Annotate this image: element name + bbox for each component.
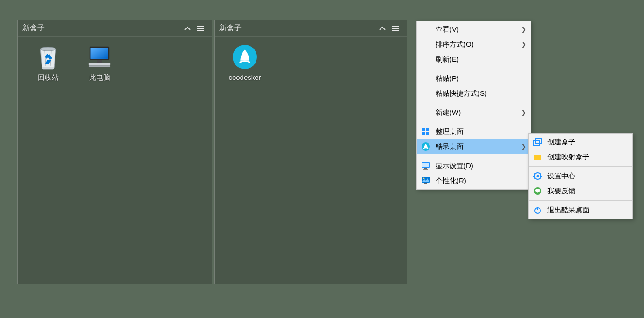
submenu-item[interactable]: 创建盒子 <box>529 134 632 149</box>
menu-separator <box>417 156 530 156</box>
personalize-icon <box>421 176 431 186</box>
gear-icon <box>533 171 543 181</box>
context-menu-item[interactable]: 查看(V)❯ <box>417 22 531 37</box>
context-menu-item[interactable]: 新建(W)❯ <box>417 105 531 120</box>
context-menu-item[interactable]: 显示设置(D) <box>417 158 531 173</box>
box-body: coodesker <box>215 37 407 89</box>
svg-rect-4 <box>97 60 102 63</box>
svg-rect-17 <box>422 177 430 183</box>
menu-item-label: 排序方式(O) <box>436 40 474 49</box>
submenu-item[interactable]: 我要反馈 <box>529 184 632 198</box>
svg-rect-20 <box>423 184 428 184</box>
coodesker-icon-item[interactable]: coodesker <box>219 42 270 84</box>
svg-rect-9 <box>426 128 429 131</box>
menu-item-label: 整理桌面 <box>436 127 464 136</box>
svg-rect-16 <box>423 169 428 170</box>
submenu-item[interactable]: 退出酷呆桌面 <box>529 203 632 218</box>
box-header[interactable]: 新盒子 <box>215 20 407 37</box>
context-menu-item[interactable]: 粘贴(P) <box>417 71 531 86</box>
svg-rect-11 <box>426 132 429 135</box>
menu-item-label: 显示设置(D) <box>436 162 473 170</box>
svg-rect-14 <box>422 163 429 167</box>
box-title: 新盒子 <box>22 23 181 33</box>
menu-item-label: 查看(V) <box>436 25 459 34</box>
menu-separator <box>417 122 530 122</box>
menu-item-label: 我要反馈 <box>547 187 575 196</box>
coodesker-small-icon <box>421 141 431 152</box>
svg-line-32 <box>535 178 536 179</box>
menu-icon[interactable] <box>194 22 207 35</box>
menu-item-label: 酷呆桌面 <box>436 142 464 151</box>
submenu-arrow-icon: ❯ <box>521 109 526 116</box>
menu-separator <box>417 69 530 69</box>
svg-line-31 <box>540 173 541 174</box>
svg-point-24 <box>537 175 539 177</box>
menu-item-label: 退出酷呆桌面 <box>547 206 589 215</box>
svg-line-29 <box>535 173 536 174</box>
box-body: 回收站 此电脑 <box>18 37 212 90</box>
menu-item-label: 创建盒子 <box>547 138 575 147</box>
new-box-icon <box>533 137 543 147</box>
context-menu-item[interactable]: 个性化(R) <box>417 173 531 188</box>
menu-item-label: 粘贴快捷方式(S) <box>436 89 487 98</box>
collapse-icon[interactable] <box>376 22 389 35</box>
menu-separator <box>417 103 530 103</box>
menu-icon[interactable] <box>389 22 402 35</box>
svg-rect-6 <box>89 65 110 67</box>
svg-line-30 <box>540 178 541 179</box>
menu-separator <box>529 166 632 167</box>
submenu-arrow-icon: ❯ <box>521 41 526 48</box>
display-icon <box>421 161 431 171</box>
this-pc-icon-item[interactable]: 此电脑 <box>74 42 125 85</box>
box-header[interactable]: 新盒子 <box>18 20 212 37</box>
grid-icon <box>421 127 431 137</box>
svg-point-18 <box>423 178 425 179</box>
menu-item-label: 粘贴(P) <box>436 74 459 83</box>
context-menu-item[interactable]: 粘贴快捷方式(S) <box>417 86 531 101</box>
context-menu-item[interactable]: 酷呆桌面❯ <box>417 139 531 154</box>
coodesker-submenu[interactable]: 创建盒子创建映射盒子设置中心我要反馈退出酷呆桌面 <box>528 133 633 219</box>
folder-icon <box>533 152 543 162</box>
submenu-item[interactable]: 创建映射盒子 <box>529 149 632 164</box>
submenu-item[interactable]: 设置中心 <box>529 169 632 184</box>
menu-item-label: 设置中心 <box>547 172 575 181</box>
context-menu-item[interactable]: 排序方式(O)❯ <box>417 37 531 52</box>
svg-rect-3 <box>91 48 108 59</box>
svg-rect-8 <box>422 128 425 131</box>
svg-rect-15 <box>424 168 427 169</box>
submenu-arrow-icon: ❯ <box>521 143 526 150</box>
recycle-bin-icon <box>35 44 61 70</box>
menu-separator <box>529 200 632 201</box>
svg-rect-5 <box>89 63 110 66</box>
svg-rect-21 <box>536 138 541 144</box>
svg-rect-34 <box>535 189 540 192</box>
desktop-box-2[interactable]: 新盒子 coodesker <box>214 20 407 284</box>
svg-rect-19 <box>424 183 427 184</box>
icon-label: 回收站 <box>38 73 59 82</box>
desktop-box-1[interactable]: 新盒子 回收站 <box>17 20 212 284</box>
icon-label: 此电脑 <box>89 73 110 82</box>
this-pc-icon <box>87 44 112 70</box>
coodesker-icon <box>232 44 257 70</box>
menu-item-label: 个性化(R) <box>436 177 466 185</box>
svg-point-0 <box>40 47 56 51</box>
desktop-context-menu[interactable]: 查看(V)❯排序方式(O)❯刷新(E)粘贴(P)粘贴快捷方式(S)新建(W)❯整… <box>416 21 531 190</box>
power-icon <box>533 205 543 215</box>
submenu-arrow-icon: ❯ <box>521 26 526 33</box>
context-menu-item[interactable]: 刷新(E) <box>417 52 531 67</box>
feedback-icon <box>533 186 543 196</box>
svg-rect-10 <box>422 132 425 135</box>
svg-rect-22 <box>534 140 540 146</box>
menu-item-label: 新建(W) <box>436 108 461 117</box>
context-menu-item[interactable]: 整理桌面 <box>417 124 531 139</box>
menu-item-label: 刷新(E) <box>436 55 459 64</box>
recycle-bin-icon-item[interactable]: 回收站 <box>22 42 74 85</box>
box-title: 新盒子 <box>219 23 376 33</box>
icon-label: coodesker <box>229 73 261 81</box>
menu-item-label: 创建映射盒子 <box>547 153 589 162</box>
collapse-icon[interactable] <box>181 22 194 35</box>
